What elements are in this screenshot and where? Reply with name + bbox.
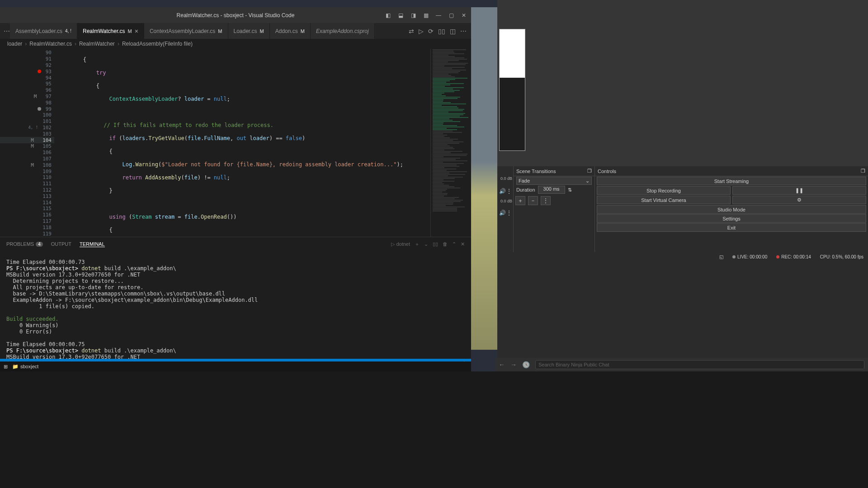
- transition-select[interactable]: Fade⌄: [516, 177, 592, 185]
- start-streaming-button[interactable]: Start Streaming: [597, 177, 866, 185]
- speaker-icon[interactable]: 🔊: [499, 188, 506, 194]
- search-input[interactable]: Search Binary Ninja Public Chat: [535, 360, 864, 369]
- compare-icon[interactable]: ⇄: [409, 28, 414, 35]
- terminal-split-icon[interactable]: ▯▯: [433, 241, 438, 247]
- stop-recording-button[interactable]: Stop Recording: [597, 186, 731, 195]
- breadcrumbs[interactable]: loader› RealmWatcher.cs› RealmWatcher› R…: [0, 39, 471, 49]
- panel-tab-output[interactable]: OUTPUT: [51, 241, 71, 247]
- remove-transition-button[interactable]: －: [528, 196, 538, 205]
- bottom-panel: PROBLEMS 4 OUTPUT TERMINAL ▷ dotnet ＋ ⌄ …: [0, 237, 471, 359]
- obs-window: 0.0 dB 🔊 ⋮ 0.0 dB 🔊 ⋮ Scene Transitions …: [497, 0, 868, 371]
- obs-mixer: 0.0 dB 🔊 ⋮ 0.0 dB 🔊 ⋮: [497, 166, 514, 261]
- mixer-menu-icon[interactable]: ⋮: [506, 188, 512, 194]
- layout-left-icon[interactable]: ◧: [384, 12, 392, 19]
- layout-bottom-icon[interactable]: ⬓: [397, 12, 404, 19]
- terminal-shell-label[interactable]: ▷ dotnet: [391, 241, 410, 247]
- tab-loader[interactable]: Loader.cs M: [228, 23, 270, 39]
- obs-scene-transitions: Scene Transitions ❐ Fade⌄ Duration 300 m…: [514, 166, 595, 261]
- settings-button[interactable]: Settings: [597, 214, 866, 223]
- duration-input[interactable]: 300 ms: [538, 186, 565, 194]
- obs-preview[interactable]: [497, 0, 868, 166]
- panel-maximize-icon[interactable]: ⌃: [452, 241, 456, 247]
- window-title: RealmWatcher.cs - sboxject - Visual Stud…: [177, 12, 295, 19]
- close-icon[interactable]: ✕: [460, 12, 467, 19]
- tab-exampleaddon-csproj[interactable]: ExampleAddon.csproj: [311, 23, 375, 39]
- panel-tab-terminal[interactable]: TERMINAL: [80, 241, 105, 247]
- chevron-down-icon[interactable]: ⌄: [424, 241, 428, 247]
- tab-close-icon[interactable]: ×: [135, 28, 138, 35]
- duration-stepper[interactable]: ⇅: [568, 187, 572, 193]
- start-virtual-camera-button[interactable]: Start Virtual Camera: [597, 196, 731, 204]
- restart-icon[interactable]: ⟳: [428, 28, 434, 35]
- panel-close-icon[interactable]: ✕: [461, 241, 465, 247]
- obs-network-icon: ◱: [719, 254, 723, 259]
- chevron-down-icon: ⌄: [585, 178, 590, 184]
- editor-tabbar: ⋯ AssemblyLoader.cs 4, ! RealmWatcher.cs…: [0, 23, 471, 39]
- bn-chat-bar: ← → 🕓 Search Binary Ninja Public Chat: [495, 358, 868, 371]
- taskbar-start-icon[interactable]: ⊞: [4, 364, 8, 370]
- pane-expand-icon[interactable]: ❐: [587, 168, 592, 174]
- nav-back-icon[interactable]: ←: [499, 361, 505, 368]
- vscode-window: RealmWatcher.cs - sboxject - Visual Stud…: [0, 7, 471, 369]
- minimize-icon[interactable]: —: [435, 12, 442, 19]
- editor-gutter[interactable]: 90919293949596M9798991001014, !102103M10…: [0, 49, 54, 237]
- tab-assemblyloader[interactable]: AssemblyLoader.cs 4, !: [10, 23, 77, 39]
- split-icon[interactable]: ▯▯: [438, 28, 445, 35]
- obs-cpu-status: CPU: 0.5%, 60.00 fps: [820, 254, 863, 259]
- terminal[interactable]: Time Elapsed 00:00:00.73 PS F:\source\sb…: [0, 251, 471, 359]
- vcam-settings-button[interactable]: ⚙: [732, 196, 866, 204]
- minimap[interactable]: [430, 49, 471, 237]
- terminal-trash-icon[interactable]: 🗑: [443, 241, 448, 247]
- transition-menu-icon[interactable]: ⋮: [541, 196, 551, 205]
- layout-grid-icon[interactable]: ▦: [422, 12, 429, 19]
- tab-realmwatcher[interactable]: RealmWatcher.cs M ×: [77, 23, 144, 39]
- add-transition-button[interactable]: ＋: [515, 196, 525, 205]
- obs-live-status: LIVE: 00:00:00: [732, 254, 767, 259]
- obs-controls: Controls ❐ Start Streaming Stop Recordin…: [595, 166, 868, 261]
- studio-mode-button[interactable]: Studio Mode: [597, 205, 866, 214]
- layout-right-icon[interactable]: ◨: [410, 12, 417, 19]
- pause-recording-button[interactable]: ❚❚: [732, 186, 866, 195]
- exit-button[interactable]: Exit: [597, 223, 866, 232]
- panel-tab-problems[interactable]: PROBLEMS 4: [6, 241, 43, 247]
- tab-contextassemblyloader[interactable]: ContextAssemblyLoader.cs M: [144, 23, 228, 39]
- code-editor[interactable]: { try { ContextAssemblyLoader? loader = …: [54, 49, 471, 237]
- history-icon[interactable]: 🕓: [522, 361, 530, 368]
- taskbar: ⊞ 📁 sboxject: [0, 361, 471, 371]
- run-icon[interactable]: ▷: [419, 28, 424, 35]
- obs-preview-source[interactable]: [499, 29, 525, 151]
- obs-statusbar: ◱ LIVE: 00:00:00 REC: 00:00:14 CPU: 0.5%…: [497, 252, 868, 261]
- split-right-icon[interactable]: ◫: [450, 28, 456, 35]
- terminal-new-icon[interactable]: ＋: [415, 241, 420, 248]
- mixer-menu-icon[interactable]: ⋮: [506, 210, 512, 216]
- tab-overflow-icon[interactable]: ⋯: [4, 28, 10, 35]
- tab-addon[interactable]: Addon.cs M: [270, 23, 311, 39]
- more-icon[interactable]: ⋯: [460, 28, 467, 35]
- pane-expand-icon[interactable]: ❐: [861, 168, 865, 174]
- maximize-icon[interactable]: ▢: [448, 12, 455, 19]
- nav-forward-icon[interactable]: →: [510, 361, 517, 368]
- taskbar-item-sboxject[interactable]: 📁 sboxject: [12, 364, 38, 370]
- speaker-icon[interactable]: 🔊: [499, 210, 506, 216]
- obs-rec-status: REC: 00:00:14: [776, 254, 811, 259]
- titlebar: RealmWatcher.cs - sboxject - Visual Stud…: [0, 7, 471, 23]
